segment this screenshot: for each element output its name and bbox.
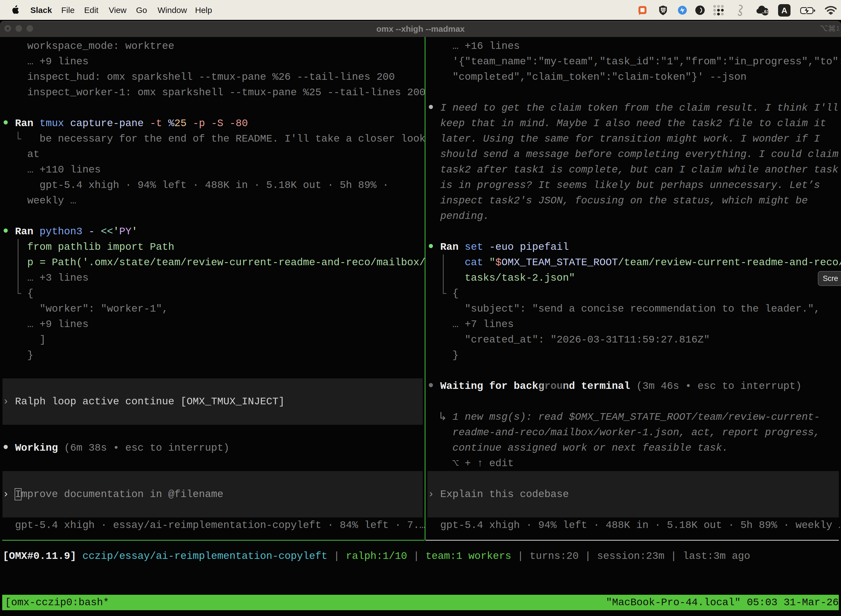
svg-text:1: 1 — [836, 25, 840, 32]
svg-text:..61: ..61 — [762, 9, 769, 14]
